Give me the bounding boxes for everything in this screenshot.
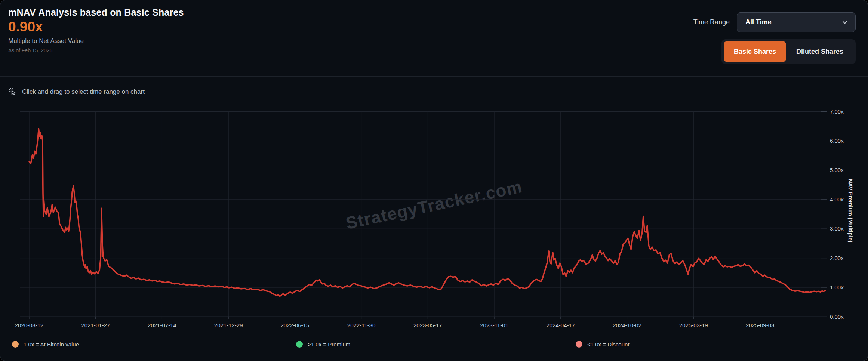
legend-item-at-value: 1.0x = At Bitcoin value [12,341,79,348]
legend-item-premium: >1.0x = Premium [296,341,350,348]
svg-text:2021-07-14: 2021-07-14 [148,322,176,328]
svg-text:2024-10-02: 2024-10-02 [613,322,641,328]
legend-label: >1.0x = Premium [308,341,350,348]
svg-text:2025-09-03: 2025-09-03 [746,322,775,328]
svg-text:5.00x: 5.00x [830,167,844,173]
svg-text:3.00x: 3.00x [830,225,844,232]
svg-text:2022-06-15: 2022-06-15 [281,322,310,328]
svg-text:2021-01-27: 2021-01-27 [81,322,110,328]
legend-label: 1.0x = At Bitcoin value [24,341,79,348]
svg-text:6.00x: 6.00x [830,138,844,144]
legend-dot-green [296,341,303,348]
svg-text:2020-08-12: 2020-08-12 [15,322,44,328]
svg-text:2023-11-01: 2023-11-01 [480,322,508,328]
svg-text:2.00x: 2.00x [830,255,844,261]
legend-dot-red [576,341,582,348]
svg-text:0.00x: 0.00x [830,314,844,320]
mnav-card: mNAV Analysis based on Basic Shares 0.90… [0,0,868,361]
svg-text:2021-12-29: 2021-12-29 [214,322,243,328]
y-axis-title: NAV Premium (Multiple) [847,179,854,243]
svg-text:2022-11-30: 2022-11-30 [347,322,376,328]
svg-text:2025-03-19: 2025-03-19 [679,322,708,328]
svg-text:7.00x: 7.00x [830,108,844,115]
legend-label: <1.0x = Discount [587,341,630,348]
svg-text:2023-05-17: 2023-05-17 [413,322,442,328]
svg-text:4.00x: 4.00x [830,196,844,203]
svg-text:2024-04-17: 2024-04-17 [546,322,575,328]
legend-dot-orange [12,341,19,348]
svg-text:1.00x: 1.00x [830,284,844,290]
legend-item-discount: <1.0x = Discount [576,341,630,348]
mnav-chart[interactable]: StrategyTracker.com 0.00x1.00x2.00x3.00x… [0,0,868,361]
chart-canvas[interactable]: 0.00x1.00x2.00x3.00x4.00x5.00x6.00x7.00x… [0,0,868,361]
